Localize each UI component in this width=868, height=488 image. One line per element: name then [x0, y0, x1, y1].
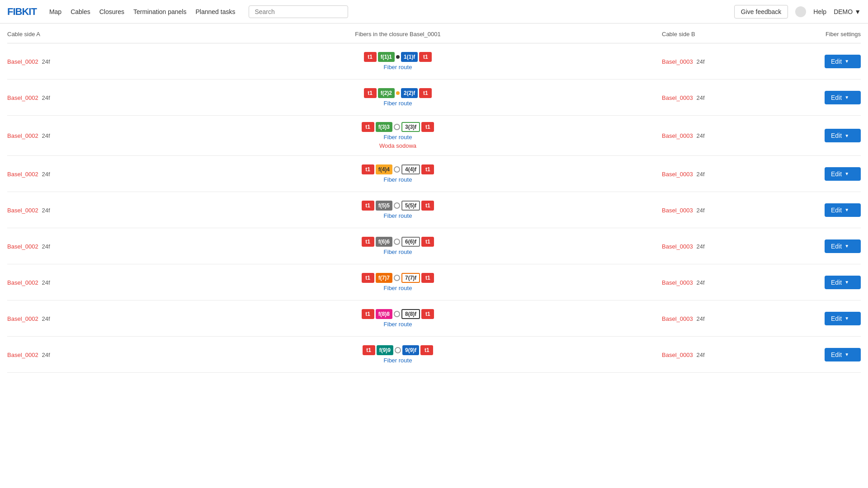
col-header-settings: Fiber settings: [788, 31, 861, 38]
fiber-label-left: f(5)5: [376, 201, 392, 211]
edit-label: Edit: [831, 243, 842, 250]
cable-b-link[interactable]: Basel_0003: [662, 132, 693, 139]
nav-planned[interactable]: Planned tasks: [195, 8, 235, 15]
edit-label: Edit: [831, 279, 842, 286]
t1-badge: t1: [364, 52, 377, 62]
fiber-label-left: f(7)7: [376, 273, 392, 283]
cable-a-link[interactable]: Basel_0002: [7, 171, 38, 178]
fiber-settings-cell: Edit ▼: [788, 312, 861, 325]
cable-b-link[interactable]: Basel_0003: [662, 243, 693, 250]
demo-button[interactable]: DEMO ▼: [834, 8, 861, 15]
edit-button[interactable]: Edit ▼: [825, 276, 861, 289]
fiber-badges: t1 f(2)2 2(2)f t1: [364, 88, 432, 98]
connector-dot: [396, 55, 400, 59]
cable-a-link[interactable]: Basel_0002: [7, 243, 38, 250]
edit-chevron: ▼: [844, 133, 849, 138]
fiber-route-link[interactable]: Fiber route: [384, 100, 412, 107]
cable-side-b: Basel_0003 24f: [662, 206, 788, 214]
edit-chevron: ▼: [844, 207, 849, 212]
edit-label: Edit: [831, 170, 842, 178]
table-row: Basel_0002 24f t1 f(9)9 9(9)f t1 Fiber r…: [7, 337, 861, 373]
fiber-settings-cell: Edit ▼: [788, 91, 861, 104]
demo-chevron: ▼: [854, 8, 861, 15]
t1-badge: t1: [419, 52, 432, 62]
fiber-route-link[interactable]: Fiber route: [384, 176, 412, 183]
fiber-label-right: 1(1)f: [401, 52, 418, 62]
cable-a-link[interactable]: Basel_0002: [7, 132, 38, 139]
fiber-badges: t1 f(8)8 8(8)f t1: [362, 309, 434, 319]
fiber-route-link[interactable]: Fiber route: [384, 357, 412, 364]
cable-b-link[interactable]: Basel_0003: [662, 315, 693, 322]
fiber-route-link[interactable]: Fiber route: [384, 321, 412, 328]
feedback-button[interactable]: Give feedback: [734, 5, 788, 19]
t1-badge: t1: [419, 88, 432, 98]
fiber-label-right: 8(8)f: [401, 309, 420, 319]
main-content: Cable side A Fibers in the closure Basel…: [0, 23, 868, 373]
connector-circle: [395, 347, 401, 353]
connector-circle: [394, 124, 400, 130]
fiber-badges: t1 f(5)5 5(5)f t1: [362, 201, 434, 211]
connector-circle: [394, 202, 400, 209]
edit-button[interactable]: Edit ▼: [825, 129, 861, 142]
nav-map[interactable]: Map: [49, 8, 61, 15]
edit-button[interactable]: Edit ▼: [825, 167, 861, 181]
fiber-label-right: 3(3)f: [401, 122, 420, 132]
cable-a-link[interactable]: Basel_0002: [7, 279, 38, 286]
edit-button[interactable]: Edit ▼: [825, 348, 861, 361]
edit-button[interactable]: Edit ▼: [825, 239, 861, 253]
nav-termination[interactable]: Termination panels: [133, 8, 187, 15]
cable-side-a: Basel_0002 24f: [7, 58, 134, 65]
cable-a-link[interactable]: Basel_0002: [7, 315, 38, 322]
nav-cables[interactable]: Cables: [71, 8, 90, 15]
edit-button[interactable]: Edit ▼: [825, 91, 861, 104]
cable-b-link[interactable]: Basel_0003: [662, 94, 693, 101]
fiber-cell: t1 f(9)9 9(9)f t1 Fiber route: [134, 345, 662, 364]
fiber-label-right: 4(4)f: [401, 164, 420, 174]
cable-a-link[interactable]: Basel_0002: [7, 94, 38, 101]
cable-a-info: 24f: [42, 352, 50, 358]
cable-side-b: Basel_0003 24f: [662, 170, 788, 178]
cable-b-link[interactable]: Basel_0003: [662, 279, 693, 286]
help-link[interactable]: Help: [813, 8, 826, 15]
edit-chevron: ▼: [844, 244, 849, 249]
fiber-label-right: 6(6)f: [401, 237, 420, 247]
cable-b-info: 24f: [697, 279, 705, 286]
fiber-label-left: f(8)8: [376, 309, 392, 319]
edit-button[interactable]: Edit ▼: [825, 55, 861, 68]
edit-button[interactable]: Edit ▼: [825, 312, 861, 325]
fiber-settings-cell: Edit ▼: [788, 348, 861, 361]
cable-b-link[interactable]: Basel_0003: [662, 207, 693, 214]
cable-a-link[interactable]: Basel_0002: [7, 207, 38, 214]
edit-chevron: ▼: [844, 316, 849, 321]
t1-badge: t1: [421, 122, 434, 132]
fiber-label-left: f(1)1: [378, 52, 395, 62]
table-row: Basel_0002 24f t1 f(2)2 2(2)f t1 Fiber r…: [7, 80, 861, 116]
cable-b-info: 24f: [697, 58, 705, 65]
t1-badge: t1: [421, 201, 434, 211]
cable-b-link[interactable]: Basel_0003: [662, 352, 693, 358]
cable-b-link[interactable]: Basel_0003: [662, 58, 693, 65]
search-input[interactable]: [249, 5, 348, 18]
fiber-settings-cell: Edit ▼: [788, 129, 861, 142]
nav: Map Cables Closures Termination panels P…: [49, 8, 236, 15]
fiber-badges: t1 f(9)9 9(9)f t1: [363, 345, 434, 355]
nav-closures[interactable]: Closures: [99, 8, 124, 15]
cable-a-link[interactable]: Basel_0002: [7, 352, 38, 358]
fiber-route-link[interactable]: Fiber route: [384, 285, 412, 291]
fiber-badges: t1 f(6)6 6(6)f t1: [362, 237, 434, 247]
fiber-route-link[interactable]: Fiber route: [384, 134, 412, 141]
edit-button[interactable]: Edit ▼: [825, 203, 861, 217]
fiber-settings-cell: Edit ▼: [788, 239, 861, 253]
fiber-route-link[interactable]: Fiber route: [384, 249, 412, 255]
cable-b-link[interactable]: Basel_0003: [662, 171, 693, 178]
connector-circle: [394, 239, 400, 245]
cable-a-link[interactable]: Basel_0002: [7, 58, 38, 65]
cable-side-a: Basel_0002 24f: [7, 94, 134, 101]
fiber-cell: t1 f(6)6 6(6)f t1 Fiber route: [134, 237, 662, 255]
fiber-route-link[interactable]: Fiber route: [384, 212, 412, 219]
fiber-label-left: f(2)2: [378, 88, 395, 98]
connector-dot: [396, 91, 400, 95]
fiber-route-link[interactable]: Fiber route: [384, 64, 412, 70]
cable-side-a: Basel_0002 24f: [7, 132, 134, 139]
connector-circle: [394, 275, 400, 281]
